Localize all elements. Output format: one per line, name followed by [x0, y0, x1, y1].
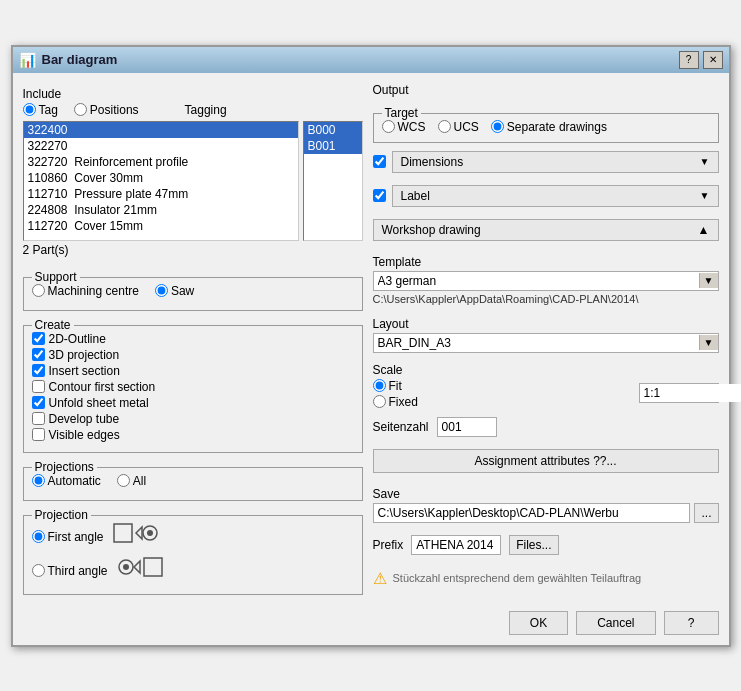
svg-marker-6 — [134, 561, 140, 573]
lists-row: 322400 322270 322720 Reinforcement profi… — [23, 121, 363, 241]
layout-label: Layout — [373, 317, 719, 331]
cb-contour-first[interactable]: Contour first section — [32, 380, 354, 394]
fit-radio-item[interactable]: Fit — [373, 379, 631, 393]
ucs-radio-item[interactable]: UCS — [438, 120, 479, 134]
template-combo-arrow[interactable]: ▼ — [699, 273, 718, 288]
dimensions-button[interactable]: Dimensions ▼ — [392, 151, 719, 173]
label-button[interactable]: Label ▼ — [392, 185, 719, 207]
fixed-radio[interactable] — [373, 395, 386, 408]
app-icon: 📊 — [19, 52, 36, 68]
layout-combo-arrow[interactable]: ▼ — [699, 335, 718, 350]
label-checkbox[interactable] — [373, 189, 386, 202]
first-angle-radio[interactable] — [32, 530, 45, 543]
positions-radio-item[interactable]: Positions — [74, 103, 139, 117]
third-angle-radio-item[interactable]: Third angle — [32, 564, 108, 578]
workshop-button[interactable]: Workshop drawing ▲ — [373, 219, 719, 241]
list-item[interactable]: 112720 Cover 15mm — [24, 218, 298, 234]
ok-button[interactable]: OK — [509, 611, 568, 635]
cb-develop-tube[interactable]: Develop tube — [32, 412, 354, 426]
third-angle-icon — [116, 556, 164, 586]
template-section: Template ▼ C:\Users\Kappler\AppData\Roam… — [373, 255, 719, 309]
cb-visible-edges[interactable]: Visible edges — [32, 428, 354, 442]
list-item[interactable]: 322270 — [24, 138, 298, 154]
target-radio-group: WCS UCS Separate drawings — [382, 120, 710, 134]
scale-combo[interactable]: ▼ — [639, 383, 719, 403]
cb-unfold-sheet[interactable]: Unfold sheet metal — [32, 396, 354, 410]
ucs-radio[interactable] — [438, 120, 451, 133]
warning-icon: ⚠ — [373, 569, 387, 588]
positions-radio[interactable] — [74, 103, 87, 116]
create-group: Create 2D-Outline 3D projection Insert s… — [23, 325, 363, 453]
scale-row: Fit Fixed ▼ — [373, 379, 719, 409]
svg-point-3 — [147, 530, 153, 536]
cancel-button[interactable]: Cancel — [576, 611, 655, 635]
list-item[interactable]: 322400 — [24, 122, 298, 138]
include-label: Include — [23, 87, 363, 101]
ucs-label: UCS — [454, 120, 479, 134]
template-input[interactable] — [374, 272, 699, 290]
label-row: Label ▼ — [373, 185, 719, 207]
list-item[interactable]: 224808 Insulator 21mm — [24, 202, 298, 218]
save-path-input[interactable] — [373, 503, 691, 523]
help-title-button[interactable]: ? — [679, 51, 699, 69]
template-label: Template — [373, 255, 719, 269]
layout-combo[interactable]: ▼ — [373, 333, 719, 353]
seitenzahl-input[interactable] — [437, 417, 497, 437]
list-item[interactable]: 110860 Cover 30mm — [24, 170, 298, 186]
window-title: Bar diagram — [42, 52, 118, 67]
items-list[interactable]: 322400 322270 322720 Reinforcement profi… — [23, 121, 299, 241]
assignment-attributes-button[interactable]: Assignment attributes ??... — [373, 449, 719, 473]
scale-input[interactable] — [640, 384, 742, 402]
machining-centre-radio-item[interactable]: Machining centre — [32, 284, 139, 298]
first-angle-icon — [112, 522, 160, 552]
saw-radio[interactable] — [155, 284, 168, 297]
fixed-radio-item[interactable]: Fixed — [373, 395, 631, 409]
browse-button[interactable]: ... — [694, 503, 718, 523]
help-button[interactable]: ? — [664, 611, 719, 635]
cb-3d-projection[interactable]: 3D projection — [32, 348, 354, 362]
titlebar: 📊 Bar diagram ? ✕ — [13, 47, 729, 73]
separate-drawings-radio[interactable] — [491, 120, 504, 133]
output-label: Output — [373, 83, 719, 97]
support-label: Support — [32, 270, 80, 284]
label-arrow: ▼ — [700, 190, 710, 201]
wcs-radio-item[interactable]: WCS — [382, 120, 426, 134]
machining-centre-radio[interactable] — [32, 284, 45, 297]
prefix-input[interactable] — [411, 535, 501, 555]
create-label: Create — [32, 318, 74, 332]
projections-label: Projections — [32, 460, 97, 474]
fit-radio[interactable] — [373, 379, 386, 392]
cb-insert-section[interactable]: Insert section — [32, 364, 354, 378]
files-button[interactable]: Files... — [509, 535, 558, 555]
machining-centre-label: Machining centre — [48, 284, 139, 298]
fixed-label: Fixed — [389, 395, 418, 409]
list-item[interactable]: 322720 Reinforcement profile — [24, 154, 298, 170]
list-item[interactable]: 112710 Pressure plate 47mm — [24, 186, 298, 202]
dimensions-checkbox[interactable] — [373, 155, 386, 168]
tag-list-item[interactable]: B001 — [304, 138, 362, 154]
saw-radio-item[interactable]: Saw — [155, 284, 194, 298]
tag-radio[interactable] — [23, 103, 36, 116]
template-combo[interactable]: ▼ — [373, 271, 719, 291]
tag-list-item[interactable]: B000 — [304, 122, 362, 138]
third-angle-radio[interactable] — [32, 564, 45, 577]
automatic-radio-item[interactable]: Automatic — [32, 474, 101, 488]
all-radio-item[interactable]: All — [117, 474, 146, 488]
workshop-label: Workshop drawing — [382, 223, 481, 237]
all-radio[interactable] — [117, 474, 130, 487]
svg-marker-1 — [136, 527, 142, 539]
wcs-radio[interactable] — [382, 120, 395, 133]
main-window: 📊 Bar diagram ? ✕ Include Tag — [11, 45, 731, 647]
separate-drawings-radio-item[interactable]: Separate drawings — [491, 120, 607, 134]
dimensions-arrow: ▼ — [700, 156, 710, 167]
first-angle-radio-item[interactable]: First angle — [32, 530, 104, 544]
tags-list[interactable]: B000 B001 — [303, 121, 363, 241]
close-button[interactable]: ✕ — [703, 51, 723, 69]
third-angle-svg — [116, 556, 164, 586]
tag-radio-item[interactable]: Tag — [23, 103, 58, 117]
cb-2d-outline[interactable]: 2D-Outline — [32, 332, 354, 346]
layout-input[interactable] — [374, 334, 699, 352]
target-group: Target WCS UCS Separate drawings — [373, 113, 719, 143]
dimensions-label: Dimensions — [401, 155, 464, 169]
automatic-radio[interactable] — [32, 474, 45, 487]
